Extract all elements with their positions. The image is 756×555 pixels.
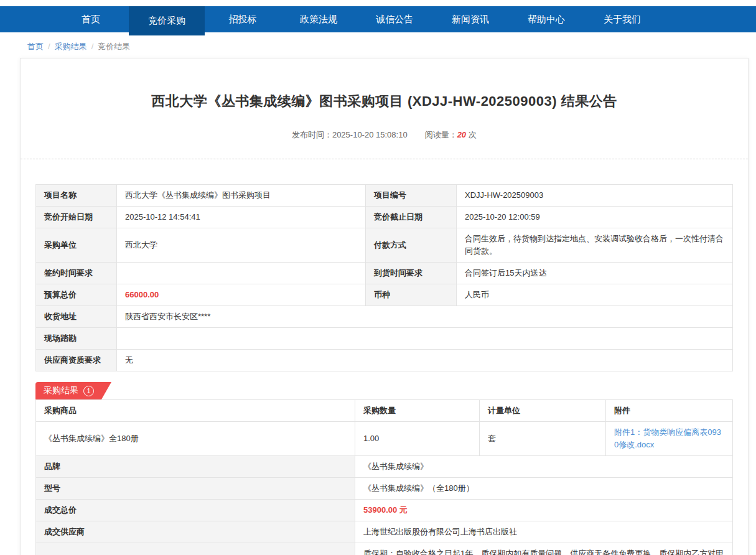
product-quantity: 1.00	[355, 422, 480, 456]
column-header-attachment: 附件	[606, 400, 733, 422]
column-header-unit: 计量单位	[480, 400, 606, 422]
product-name: 《丛书集成续编》全180册	[36, 422, 355, 456]
nav-item-integrity-notice[interactable]: 诚信公告	[357, 6, 432, 32]
breadcrumb-section-link[interactable]: 采购结果	[55, 42, 87, 51]
info-value: 合同生效后，待货物到达指定地点、安装调试验收合格后，一次性付清合同货款。	[457, 228, 733, 263]
product-unit: 套	[480, 422, 606, 456]
views-count: 20	[457, 130, 466, 139]
detail-value: 《丛书集成续编》（全180册）	[355, 478, 733, 500]
project-info-table: 项目名称 西北大学《丛书集成续编》图书采购项目 项目编号 XDJJ-HW-202…	[35, 184, 733, 371]
detail-label: 品牌	[36, 456, 355, 478]
announcement-card: 西北大学《丛书集成续编》图书采购项目 (XDJJ-HW-202509003) 结…	[20, 58, 749, 555]
info-value: XDJJ-HW-202509003	[457, 185, 733, 207]
table-row: 品牌 《丛书集成续编》	[36, 456, 733, 478]
info-label: 现场踏勘	[36, 328, 117, 350]
info-label: 采购单位	[36, 228, 117, 263]
table-row: 供应商资质要求 无	[36, 350, 733, 371]
budget-total-price: 66000.00	[117, 284, 366, 306]
table-row: 收货地址 陕西省西安市长安区****	[36, 306, 733, 328]
publish-time-label: 发布时间：	[292, 130, 332, 139]
info-value: 无	[117, 350, 733, 371]
procurement-result-table: 采购商品 采购数量 计量单位 附件 《丛书集成续编》全180册 1.00 套 附…	[35, 399, 733, 555]
table-row: 竞价开始日期 2025-10-12 14:54:41 竞价截止日期 2025-1…	[36, 207, 733, 228]
table-row: 采购单位 西北大学 付款方式 合同生效后，待货物到达指定地点、安装调试验收合格后…	[36, 228, 733, 263]
views-label: 阅读量：	[425, 130, 457, 139]
info-label: 项目名称	[36, 185, 117, 207]
info-value: 2025-10-12 14:54:41	[117, 207, 366, 228]
info-label: 收货地址	[36, 306, 117, 328]
publish-time-value: 2025-10-20 15:08:10	[332, 130, 408, 139]
column-header-quantity: 采购数量	[355, 400, 480, 422]
info-value: 人民币	[457, 284, 733, 306]
result-badge: 采购结果 1	[35, 382, 111, 399]
views-unit: 次	[469, 130, 477, 139]
attachment-cell: 附件1：货物类响应偏离表0930修改.docx	[606, 422, 733, 456]
breadcrumb: 首页/采购结果/竞价结果	[0, 32, 756, 58]
detail-value: 《丛书集成续编》	[355, 456, 733, 478]
table-row: 成交总价 53900.00 元	[36, 500, 733, 521]
result-badge-label: 采购结果	[44, 385, 78, 396]
table-row: 《丛书集成续编》全180册 1.00 套 附件1：货物类响应偏离表0930修改.…	[36, 422, 733, 456]
info-value: 西北大学	[117, 228, 366, 263]
breadcrumb-separator: /	[48, 42, 50, 51]
info-label: 付款方式	[366, 228, 457, 263]
page-top-spacer	[0, 0, 756, 6]
info-value: 合同签订后15天内送达	[457, 263, 733, 284]
info-value: 2025-10-20 12:00:59	[457, 207, 733, 228]
info-label: 竞价开始日期	[36, 207, 117, 228]
table-row: 签约时间要求 到货时间要求 合同签订后15天内送达	[36, 263, 733, 284]
main-navbar: 首页 竞价采购 招投标 政策法规 诚信公告 新闻资讯 帮助中心 关于我们	[0, 6, 756, 32]
info-value: 陕西省西安市长安区****	[117, 306, 733, 328]
info-value: 西北大学《丛书集成续编》图书采购项目	[117, 185, 366, 207]
breadcrumb-current: 竞价结果	[98, 42, 130, 51]
article-meta: 发布时间：2025-10-20 15:08:10阅读量：20次	[35, 129, 733, 141]
warranty-service: 质保期：自验收合格之日起1年。质保期内如有质量问题，供应商无条件免费更换。质保期…	[355, 543, 733, 555]
table-row: 项目名称 西北大学《丛书集成续编》图书采购项目 项目编号 XDJJ-HW-202…	[36, 185, 733, 207]
table-row: 预算总价 66000.00 币种 人民币	[36, 284, 733, 306]
detail-label: 成交总价	[36, 500, 355, 521]
info-value	[117, 263, 366, 284]
info-label: 预算总价	[36, 284, 117, 306]
result-count-circle-icon: 1	[83, 386, 94, 396]
table-row: 型号 《丛书集成续编》（全180册）	[36, 478, 733, 500]
column-header-product: 采购商品	[36, 400, 355, 422]
info-label: 到货时间要求	[366, 263, 457, 284]
breadcrumb-home-link[interactable]: 首页	[27, 42, 44, 51]
info-label: 项目编号	[366, 185, 457, 207]
winning-supplier: 上海世纪出版股份有限公司上海书店出版社	[355, 521, 733, 543]
attachment-link[interactable]: 附件1：货物类响应偏离表0930修改.docx	[614, 426, 724, 451]
deal-total-price: 53900.00 元	[355, 500, 733, 521]
table-row: 质保及售后服务 质保期：自验收合格之日起1年。质保期内如有质量问题，供应商无条件…	[36, 543, 733, 555]
nav-item-help-center[interactable]: 帮助中心	[508, 6, 584, 32]
nav-item-home[interactable]: 首页	[53, 6, 129, 32]
info-label: 签约时间要求	[36, 263, 117, 284]
detail-label: 质保及售后服务	[36, 543, 355, 555]
nav-item-tender[interactable]: 招投标	[205, 6, 281, 32]
info-label: 供应商资质要求	[36, 350, 117, 371]
breadcrumb-separator: /	[91, 42, 94, 51]
info-label: 竞价截止日期	[366, 207, 457, 228]
table-header-row: 采购商品 采购数量 计量单位 附件	[36, 400, 733, 422]
table-row: 成交供应商 上海世纪出版股份有限公司上海书店出版社	[36, 521, 733, 543]
nav-item-bidding-purchase[interactable]: 竞价采购	[129, 6, 205, 35]
dashed-divider	[21, 159, 748, 159]
nav-item-policy[interactable]: 政策法规	[281, 6, 357, 32]
detail-label: 型号	[36, 478, 355, 500]
nav-item-news[interactable]: 新闻资讯	[432, 6, 508, 32]
detail-label: 成交供应商	[36, 521, 355, 543]
info-label: 币种	[366, 284, 457, 306]
table-row: 现场踏勘	[36, 328, 733, 350]
info-value	[117, 328, 733, 350]
nav-item-about-us[interactable]: 关于我们	[584, 6, 660, 32]
page-title: 西北大学《丛书集成续编》图书采购项目 (XDJJ-HW-202509003) 结…	[35, 92, 733, 111]
